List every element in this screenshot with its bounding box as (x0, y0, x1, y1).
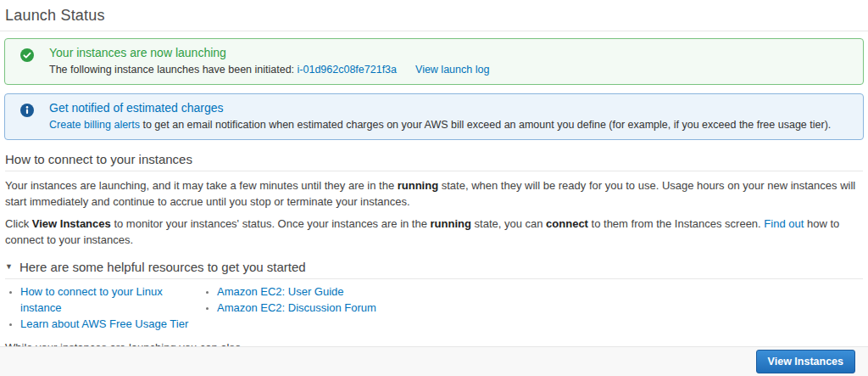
info-banner-body: Get notified of estimated charges Create… (49, 101, 853, 132)
list-item: Learn about AWS Free Usage Tier (20, 316, 202, 332)
resources-heading-label: Here are some helpful resources to get y… (19, 260, 306, 274)
success-banner-message: The following instance launches have bee… (49, 64, 853, 76)
ec2-discussion-forum-link[interactable]: Amazon EC2: Discussion Forum (217, 301, 376, 314)
bold-text: View Instances (32, 217, 111, 230)
collapse-triangle-icon[interactable]: ▼ (5, 263, 13, 271)
success-icon-column (5, 46, 49, 76)
page-title: Launch Status (5, 7, 863, 25)
resources-column-2: Amazon EC2: User Guide Amazon EC2: Discu… (202, 283, 376, 332)
success-banner: Your instances are now launching The fol… (4, 38, 864, 85)
text: state, you can (471, 217, 546, 230)
info-circle-icon (20, 104, 34, 117)
create-billing-alerts-link[interactable]: Create billing alerts (49, 119, 140, 131)
ec2-user-guide-link[interactable]: Amazon EC2: User Guide (217, 285, 344, 298)
view-launch-log-link[interactable]: View launch log (415, 64, 489, 76)
find-out-link[interactable]: Find out (764, 217, 804, 230)
instance-id-link[interactable]: i-01d962c08fe721f3a (298, 64, 397, 76)
bold-text: running (398, 179, 438, 192)
list-item: How to connect to your Linux instance (20, 283, 202, 316)
text: Click (5, 217, 32, 230)
info-banner-message: Create billing alerts to get an email no… (49, 119, 853, 132)
connect-section-heading: How to connect to your instances (5, 144, 863, 171)
resources-column-1: How to connect to your Linux instance Le… (5, 283, 202, 332)
text: to them from the Instances screen. (588, 217, 764, 230)
view-instances-button[interactable]: View Instances (756, 350, 855, 373)
free-usage-tier-link[interactable]: Learn about AWS Free Usage Tier (20, 317, 188, 330)
success-message-prefix: The following instance launches have bee… (49, 64, 298, 76)
bold-text: connect (546, 217, 588, 230)
info-banner: Get notified of estimated charges Create… (4, 93, 864, 140)
check-circle-icon (20, 48, 34, 62)
resources-columns: How to connect to your Linux instance Le… (5, 279, 863, 332)
text: Your instances are launching, and it may… (5, 179, 398, 192)
list-item: Amazon EC2: User Guide (217, 283, 376, 300)
footer-bar: View Instances (0, 346, 868, 376)
connect-paragraph-2: Click View Instances to monitor your ins… (5, 216, 863, 248)
bold-text: running (431, 217, 471, 230)
connect-linux-instance-link[interactable]: How to connect to your Linux instance (20, 285, 163, 314)
page-header: Launch Status (0, 0, 868, 31)
list-item: Amazon EC2: Discussion Forum (217, 300, 376, 316)
text: to monitor your instances' status. Once … (111, 217, 431, 230)
success-banner-title: Your instances are now launching (49, 46, 853, 60)
info-banner-title: Get notified of estimated charges (49, 101, 853, 115)
connect-paragraph-1: Your instances are launching, and it may… (5, 177, 863, 210)
text: to get an email notification when estima… (140, 119, 831, 131)
info-icon-column (5, 101, 49, 132)
resources-section-heading[interactable]: ▼ Here are some helpful resources to get… (5, 252, 863, 279)
main-content: How to connect to your instances Your in… (0, 144, 868, 376)
success-banner-body: Your instances are now launching The fol… (49, 46, 853, 76)
